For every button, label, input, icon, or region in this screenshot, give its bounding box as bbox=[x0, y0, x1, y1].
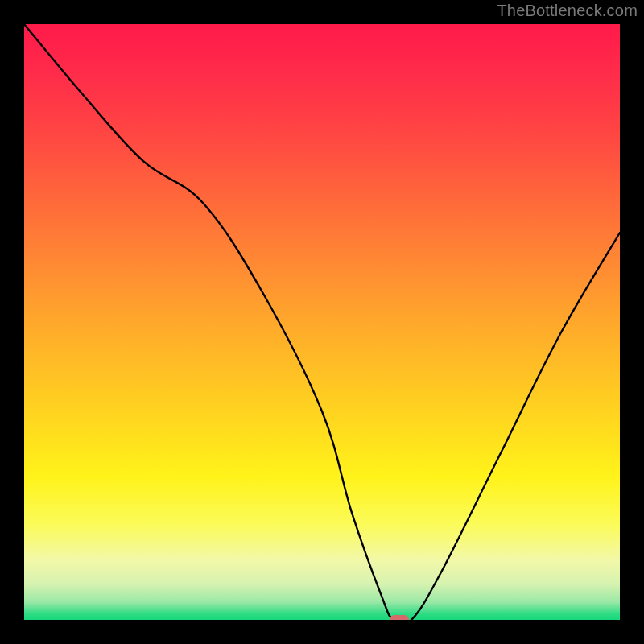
watermark-text: TheBottleneck.com bbox=[497, 2, 638, 20]
curve-path bbox=[24, 24, 620, 620]
chart-frame: TheBottleneck.com bbox=[0, 0, 644, 644]
plot-area bbox=[24, 24, 620, 620]
bottleneck-curve bbox=[24, 24, 620, 620]
optimal-point-marker bbox=[390, 615, 409, 620]
